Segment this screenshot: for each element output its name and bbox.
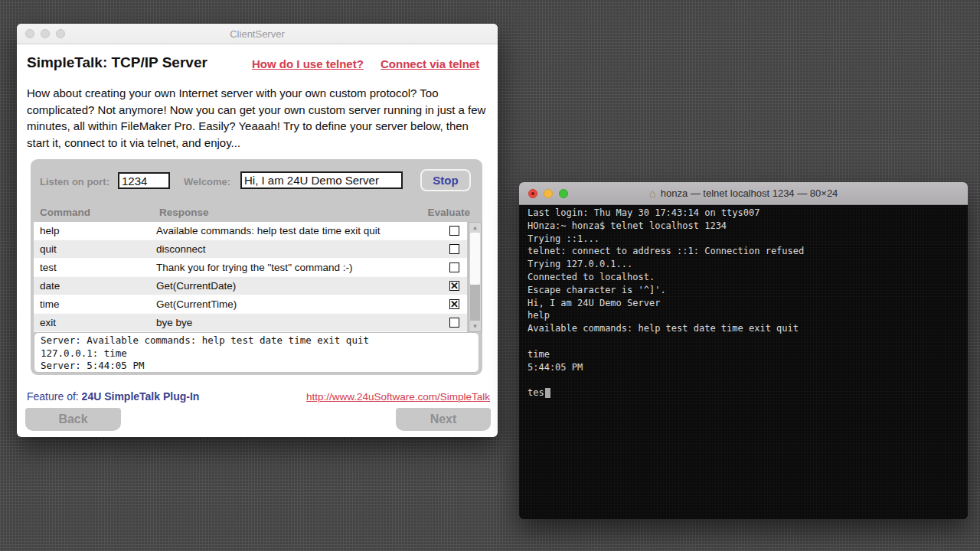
response-cell: disconnect [156,243,449,255]
command-cell: exit [34,317,156,328]
zoom-button[interactable] [559,189,568,198]
command-cell: time [34,298,156,310]
link-connect-via-telnet[interactable]: Connect via telnet [381,57,479,70]
scrollbar-thumb[interactable] [470,233,480,285]
minimize-button[interactable] [41,29,50,38]
command-cell: help [34,225,156,236]
terminal-input-line: tes [528,386,968,399]
terminal-line [528,373,968,386]
clientserver-window: ClientServer SimpleTalk: TCP/IP Server H… [17,24,498,437]
feature-credit: Feature of: 24U SimpleTalk Plug-In [27,390,199,403]
feature-label: Feature of: [27,390,79,403]
terminal-line: Available commands: help test date time … [528,322,968,335]
home-folder-icon: ⌂ [649,187,656,199]
terminal-line [528,335,968,348]
evaluate-checkbox[interactable]: ✕ [449,281,459,291]
intro-paragraph: How about creating your own Internet ser… [27,85,492,151]
scrollbar-track[interactable] [470,285,480,321]
port-label: Listen on port: [40,176,109,187]
next-button[interactable]: Next [396,408,491,431]
simpletalk-url-link[interactable]: http://www.24uSoftware.com/SimpleTalk [306,391,490,403]
window-controls [25,29,65,38]
table-row[interactable]: test Thank you for trying the "test" com… [34,259,467,277]
plugin-name: 24U SimpleTalk Plug-In [82,390,200,403]
terminal-titlebar[interactable]: ⌂ honza — telnet localhost 1234 — 80×24 [519,182,968,205]
evaluate-checkbox[interactable]: ✕ [449,299,459,309]
window-controls [528,189,568,198]
stop-button[interactable]: Stop [420,169,471,191]
page-title: SimpleTalk: TCP/IP Server [27,54,207,71]
commands-table: help Available commands: help test date … [34,222,467,332]
terminal-line: Trying 127.0.0.1... [528,258,968,271]
evaluate-checkbox[interactable] [449,262,459,272]
server-config-panel: Listen on port: Welcome: Stop Command Re… [31,159,482,375]
table-row[interactable]: date Get(CurrentDate) ✕ [34,277,467,295]
terminal-line: Trying ::1... [528,233,968,246]
command-cell: date [34,280,156,292]
terminal-window: ⌂ honza — telnet localhost 1234 — 80×24 … [519,182,968,519]
table-scrollbar[interactable]: ▲ ▼ [469,222,482,332]
column-header-command: Command [40,207,90,218]
response-cell: Get(CurrentDate) [156,280,449,292]
close-button[interactable] [528,189,537,198]
scroll-up-icon[interactable]: ▲ [469,224,481,231]
terminal-line: 5:44:05 PM [528,361,968,374]
response-cell: bye bye [156,317,449,328]
column-header-evaluate: Evaluate [427,207,470,218]
server-log-field[interactable]: Server: Available commands: help test da… [34,332,479,373]
clientserver-titlebar[interactable]: ClientServer [17,24,498,44]
terminal-line: Escape character is '^]'. [528,284,968,297]
welcome-input[interactable] [240,171,403,189]
log-line: Server: 5:44:05 PM [41,360,472,373]
evaluate-checkbox[interactable] [449,244,459,254]
terminal-line: time [528,348,968,361]
terminal-line: HOnza:~ honza$ telnet localhost 1234 [528,220,968,233]
table-row[interactable]: help Available commands: help test date … [34,222,467,240]
terminal-title: ⌂ honza — telnet localhost 1234 — 80×24 [649,187,838,199]
response-cell: Available commands: help test date time … [156,225,449,236]
table-row[interactable]: time Get(CurrentTime) ✕ [34,295,467,314]
close-button[interactable] [25,29,34,38]
window-title: ClientServer [17,24,498,44]
command-cell: test [34,262,156,273]
port-input[interactable] [118,172,170,189]
welcome-label: Welcome: [184,176,230,187]
desktop-background: ClientServer SimpleTalk: TCP/IP Server H… [0,0,980,551]
response-cell: Get(CurrentTime) [156,298,449,310]
command-cell: quit [34,243,156,255]
evaluate-checkbox[interactable] [449,226,459,236]
terminal-title-text: honza — telnet localhost 1234 — 80×24 [661,187,838,199]
log-line: 127.0.0.1: time [41,347,472,360]
terminal-line: help [528,309,968,322]
evaluate-checkbox[interactable] [449,318,459,328]
typed-text: tes [528,387,544,398]
column-header-response: Response [159,207,209,218]
minimize-button[interactable] [544,189,553,198]
back-button[interactable]: Back [25,408,121,431]
terminal-cursor [545,388,550,398]
log-line: Server: Available commands: help test da… [41,334,472,347]
table-row[interactable]: exit bye bye [34,314,467,332]
table-row[interactable]: quit disconnect [34,240,467,259]
response-cell: Thank you for trying the "test" command … [156,262,449,273]
terminal-content[interactable]: Last login: Thu May 30 17:43:14 on ttys0… [519,205,968,519]
terminal-line: telnet: connect to address ::1: Connecti… [528,245,968,258]
link-how-do-i-use-telnet[interactable]: How do I use telnet? [252,57,364,70]
terminal-line: Last login: Thu May 30 17:43:14 on ttys0… [528,207,968,220]
scroll-down-icon[interactable]: ▼ [469,323,481,330]
terminal-line: Connected to localhost. [528,271,968,284]
terminal-line: Hi, I am 24U Demo Server [528,297,968,310]
zoom-button[interactable] [56,29,65,38]
